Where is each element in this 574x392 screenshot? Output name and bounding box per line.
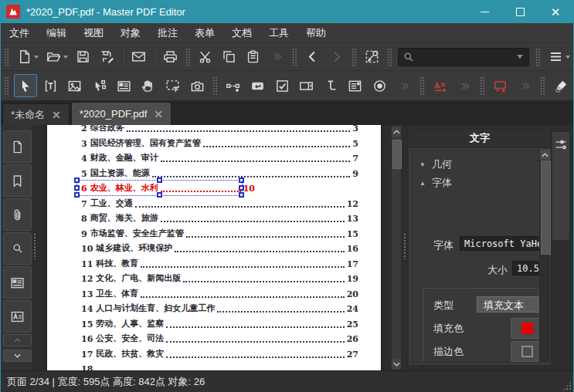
toolbar-drag-handle[interactable] bbox=[419, 76, 425, 95]
menu-item-1[interactable]: 编辑 bbox=[38, 23, 75, 42]
stroke-color-button[interactable] bbox=[511, 341, 543, 362]
fill-color-button[interactable] bbox=[511, 318, 543, 339]
save-icon[interactable] bbox=[73, 46, 93, 68]
panel-scrollbar[interactable] bbox=[539, 150, 550, 363]
selection-handle[interactable] bbox=[74, 185, 80, 191]
edit-image-tool[interactable] bbox=[64, 75, 86, 96]
paste-icon[interactable] bbox=[243, 46, 263, 68]
text-field-tool[interactable] bbox=[320, 75, 341, 96]
sidebar-search-icon[interactable] bbox=[3, 232, 32, 265]
sidebar-scroll-down-icon[interactable] bbox=[3, 350, 32, 362]
minimize-button[interactable] bbox=[467, 0, 502, 23]
toc-entry-text: 8 bbox=[81, 214, 87, 224]
email-icon[interactable] bbox=[128, 46, 149, 68]
sticky-note-tool[interactable] bbox=[490, 75, 511, 96]
toc-row: 2综合政务3 bbox=[81, 125, 358, 133]
toolbar-drag-handle[interactable] bbox=[292, 48, 297, 66]
section-geometry[interactable]: ▼ 几何 bbox=[412, 155, 548, 174]
cut-icon[interactable] bbox=[195, 46, 216, 68]
scroll-up-icon[interactable] bbox=[392, 127, 401, 137]
toolbar-drag-handle[interactable] bbox=[212, 76, 218, 95]
toc-leader-dots bbox=[161, 221, 345, 222]
menu-item-6[interactable]: 文档 bbox=[223, 23, 260, 42]
edit-path-tool[interactable] bbox=[89, 75, 110, 96]
select-text-area-tool[interactable] bbox=[162, 75, 184, 96]
sidebar-attachments-icon[interactable] bbox=[3, 198, 32, 231]
selection-handle[interactable] bbox=[74, 192, 80, 198]
maximize-button[interactable] bbox=[502, 0, 538, 23]
selection-handle[interactable] bbox=[239, 177, 244, 183]
menu-item-0[interactable]: 文件 bbox=[1, 23, 38, 42]
toolbar-drag-handle[interactable] bbox=[4, 76, 9, 95]
toolbar-drag-handle[interactable] bbox=[535, 48, 541, 66]
menu-icon[interactable] bbox=[545, 46, 566, 68]
font-size-input[interactable]: 10.5 bbox=[512, 261, 542, 275]
strikeout-tool[interactable] bbox=[550, 75, 572, 96]
save-as-icon[interactable] bbox=[97, 46, 117, 68]
toolbar-drag-handle[interactable] bbox=[352, 48, 357, 66]
toolbar-drag-handle[interactable] bbox=[387, 48, 392, 66]
open-folder-icon[interactable] bbox=[43, 46, 64, 68]
sidebar-form-fields-icon[interactable] bbox=[3, 266, 32, 299]
menu-item-4[interactable]: 批注 bbox=[149, 23, 186, 42]
sidebar-annotations-icon[interactable] bbox=[3, 300, 32, 333]
panel-scroll-up-icon[interactable] bbox=[540, 150, 550, 160]
text-type-dropdown[interactable]: 填充文本 bbox=[477, 296, 542, 313]
toolbar-separator bbox=[122, 49, 124, 66]
search-input[interactable] bbox=[417, 51, 511, 63]
document-tab-0[interactable]: *未命名✕ bbox=[2, 103, 70, 125]
dropdown-caret-icon[interactable] bbox=[34, 56, 39, 59]
combobox-tool[interactable] bbox=[296, 75, 318, 96]
panel-scrollbar-thumb[interactable] bbox=[541, 161, 551, 255]
toolbar-drag-handle[interactable] bbox=[185, 48, 191, 66]
selection-handle[interactable] bbox=[239, 185, 244, 191]
sidebar-pages-icon[interactable] bbox=[3, 130, 32, 163]
back-icon[interactable] bbox=[302, 46, 323, 68]
dropdown-caret-icon[interactable] bbox=[566, 56, 570, 59]
push-button-tool[interactable] bbox=[247, 75, 269, 96]
toolbar-drag-handle[interactable] bbox=[4, 48, 9, 66]
sidebar-bookmarks-icon[interactable] bbox=[3, 164, 32, 197]
menu-item-8[interactable]: 帮助 bbox=[297, 23, 335, 42]
edit-forms-tool[interactable] bbox=[113, 75, 134, 96]
dropdown-caret-icon[interactable] bbox=[63, 56, 68, 59]
menu-item-7[interactable]: 工具 bbox=[260, 23, 297, 42]
edit-text-tool[interactable] bbox=[40, 75, 62, 96]
selection-handle[interactable] bbox=[74, 177, 80, 183]
new-document-icon[interactable] bbox=[14, 46, 35, 68]
toolbar-drag-handle[interactable] bbox=[480, 76, 485, 95]
link-tool[interactable] bbox=[222, 75, 244, 96]
checkbox-tool[interactable] bbox=[271, 75, 293, 96]
toolbar-drag-handle[interactable] bbox=[540, 76, 545, 95]
tab-close-icon[interactable]: ✕ bbox=[52, 110, 61, 120]
menu-item-3[interactable]: 对象 bbox=[112, 23, 149, 42]
print-icon[interactable] bbox=[160, 46, 181, 68]
listbox-tool[interactable] bbox=[345, 75, 366, 96]
panel-toggle-tab[interactable] bbox=[552, 131, 570, 241]
selection-handle[interactable] bbox=[157, 177, 162, 183]
document-viewport[interactable]: 2综合政务33国民经济管理、国有资产监管54财政、金融、审计75国土资源、能源9… bbox=[34, 125, 391, 370]
resize-grip[interactable] bbox=[562, 381, 572, 390]
close-button[interactable]: ✕ bbox=[538, 0, 573, 23]
document-scrollbar[interactable] bbox=[391, 125, 402, 370]
scrollbar-thumb[interactable] bbox=[392, 140, 402, 169]
fit-selection-icon[interactable] bbox=[362, 46, 382, 68]
copy-icon[interactable] bbox=[219, 46, 239, 68]
toc-leader-dots bbox=[166, 326, 344, 328]
highlight-text-tool[interactable] bbox=[430, 75, 451, 96]
panel-splitter[interactable] bbox=[403, 233, 407, 259]
radio-button-tool[interactable] bbox=[369, 75, 391, 96]
scroll-down-icon[interactable] bbox=[392, 359, 401, 369]
tab-close-icon[interactable]: ✕ bbox=[154, 109, 163, 120]
section-font[interactable]: ▲ 字体 bbox=[412, 174, 548, 192]
search-box[interactable] bbox=[398, 48, 529, 66]
hand-tool[interactable] bbox=[138, 75, 159, 96]
menu-item-5[interactable]: 表单 bbox=[186, 23, 223, 42]
search-dropdown-icon[interactable] bbox=[517, 55, 523, 59]
snapshot-tool[interactable] bbox=[186, 75, 208, 96]
document-tab-1[interactable]: *2020_PDF.pdf✕ bbox=[71, 102, 172, 125]
select-tool[interactable] bbox=[14, 74, 37, 97]
menu-item-2[interactable]: 视图 bbox=[75, 23, 112, 42]
window-title: *2020_PDF.pdf - Master PDF Editor bbox=[26, 6, 185, 18]
font-name-input[interactable]: Microsoft YaHei bbox=[460, 236, 542, 251]
